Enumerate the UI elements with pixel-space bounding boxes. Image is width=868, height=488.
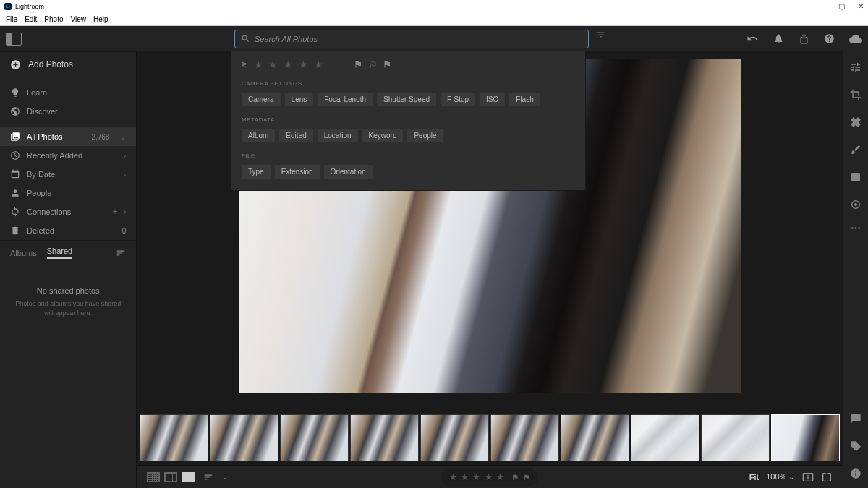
- tag-icon[interactable]: [850, 440, 861, 452]
- chip-f-stop[interactable]: F-Stop: [441, 93, 475, 106]
- brush-icon[interactable]: [850, 144, 861, 155]
- svg-point-3: [855, 227, 857, 229]
- info-icon[interactable]: [850, 468, 861, 479]
- globe-icon: [10, 106, 20, 116]
- thumbnail[interactable]: [490, 414, 559, 461]
- calendar-icon: [10, 169, 20, 179]
- thumbnail[interactable]: [561, 414, 629, 461]
- menu-photo[interactable]: Photo: [41, 14, 66, 25]
- chip-flash[interactable]: Flash: [509, 93, 540, 106]
- sidebar-item-discover[interactable]: Discover: [0, 102, 136, 121]
- person-icon: [10, 188, 20, 198]
- undo-icon[interactable]: [746, 33, 759, 45]
- crop-icon[interactable]: [850, 89, 861, 100]
- grid-large-view-button[interactable]: [164, 472, 177, 482]
- chip-people[interactable]: People: [407, 129, 443, 142]
- sidebar-item-deleted[interactable]: Deleted 0: [0, 221, 136, 240]
- sort-icon[interactable]: [203, 472, 213, 482]
- gte-icon[interactable]: ≥: [242, 59, 247, 69]
- add-photos-button[interactable]: Add Photos: [0, 51, 136, 77]
- chip-type[interactable]: Type: [242, 165, 271, 179]
- thumbnail[interactable]: [701, 414, 770, 461]
- menu-help[interactable]: Help: [90, 14, 111, 25]
- menu-file[interactable]: File: [3, 14, 20, 25]
- flag-pick-icon[interactable]: [511, 474, 519, 481]
- chip-orientation[interactable]: Orientation: [324, 165, 373, 179]
- maximize-button[interactable]: ▢: [838, 2, 845, 10]
- flag-reject-icon[interactable]: [383, 60, 391, 69]
- zoom-level[interactable]: 100% ⌄: [766, 472, 795, 481]
- app-title: Lightroom: [15, 3, 44, 10]
- linear-gradient-icon[interactable]: [850, 171, 861, 183]
- radial-gradient-icon[interactable]: [850, 199, 861, 210]
- healing-icon[interactable]: [850, 116, 861, 128]
- section-camera-settings: CAMERA SETTINGS: [242, 80, 575, 87]
- thumbnail[interactable]: [631, 414, 699, 461]
- close-button[interactable]: ✕: [858, 2, 864, 10]
- chevron-right-icon[interactable]: ›: [123, 207, 126, 217]
- thumbnail[interactable]: [280, 414, 349, 461]
- search-input[interactable]: [255, 35, 582, 43]
- rating-bar[interactable]: ★ ★ ★ ★ ★: [442, 468, 539, 486]
- chevron-right-icon[interactable]: ›: [124, 152, 126, 160]
- thumbnail[interactable]: [210, 414, 278, 461]
- chip-iso[interactable]: ISO: [480, 93, 505, 106]
- grid-view-button[interactable]: [147, 472, 160, 482]
- thumbnail-selected[interactable]: [771, 414, 840, 461]
- chip-keyword[interactable]: Keyword: [362, 129, 404, 142]
- sidebar: Add Photos Learn Discover All Photos 2,7…: [0, 51, 137, 488]
- flag-pick-icon[interactable]: [354, 60, 362, 69]
- menubar: File Edit Photo View Help: [0, 12, 868, 26]
- chevron-down-icon[interactable]: ⌄: [222, 473, 228, 481]
- minimize-button[interactable]: —: [818, 2, 825, 10]
- menu-edit[interactable]: Edit: [22, 14, 40, 25]
- right-rail: [843, 51, 868, 488]
- search-box[interactable]: [234, 30, 589, 48]
- star-filter[interactable]: ★ ★ ★ ★ ★: [254, 59, 326, 70]
- funnel-icon[interactable]: [596, 30, 606, 40]
- fit-button[interactable]: Fit: [749, 473, 759, 481]
- sliders-icon[interactable]: [850, 61, 861, 73]
- connections-label: Connections: [27, 207, 71, 216]
- chip-focal-length[interactable]: Focal Length: [318, 93, 373, 106]
- single-view-button[interactable]: [182, 472, 195, 482]
- flag-unflag-icon[interactable]: [368, 60, 377, 69]
- menu-view[interactable]: View: [68, 14, 90, 25]
- before-after-icon[interactable]: [802, 471, 814, 483]
- chip-location[interactable]: Location: [318, 129, 358, 142]
- filmstrip[interactable]: [137, 412, 843, 465]
- chip-edited[interactable]: Edited: [279, 129, 312, 142]
- all-photos-label: All Photos: [27, 132, 63, 141]
- chip-shutter-speed[interactable]: Shutter Speed: [377, 93, 436, 106]
- share-icon[interactable]: [799, 33, 809, 44]
- thumbnail[interactable]: [350, 414, 419, 461]
- sort-icon[interactable]: [116, 248, 126, 258]
- sidebar-item-by-date[interactable]: By Date ›: [0, 165, 136, 184]
- panel-toggle-icon[interactable]: [6, 33, 22, 46]
- bell-icon[interactable]: [773, 33, 784, 44]
- sidebar-item-connections[interactable]: Connections +›: [0, 202, 136, 221]
- chip-lens[interactable]: Lens: [285, 93, 314, 106]
- tab-albums[interactable]: Albums: [10, 249, 37, 257]
- compare-icon[interactable]: [821, 471, 833, 483]
- photos-icon: [10, 132, 20, 142]
- more-icon[interactable]: [850, 226, 861, 230]
- chip-album[interactable]: Album: [242, 129, 275, 142]
- sidebar-item-recently-added[interactable]: Recently Added ›: [0, 146, 136, 165]
- thumbnail[interactable]: [420, 414, 489, 461]
- help-icon[interactable]: [824, 33, 835, 44]
- sidebar-item-all-photos[interactable]: All Photos 2,768 ⌄: [0, 127, 136, 146]
- thumbnail[interactable]: [140, 414, 208, 461]
- chip-extension[interactable]: Extension: [275, 165, 320, 179]
- chip-camera[interactable]: Camera: [242, 93, 281, 106]
- cloud-icon[interactable]: [849, 33, 862, 46]
- plus-icon[interactable]: +: [112, 207, 117, 217]
- tab-shared[interactable]: Shared: [47, 247, 72, 259]
- chevron-down-icon[interactable]: ⌄: [120, 133, 126, 141]
- sidebar-item-people[interactable]: People: [0, 184, 136, 202]
- flag-reject-icon[interactable]: [523, 474, 530, 481]
- sidebar-item-learn[interactable]: Learn: [0, 83, 136, 102]
- chevron-right-icon[interactable]: ›: [124, 171, 126, 179]
- comment-icon[interactable]: [850, 413, 861, 424]
- star-rating[interactable]: ★ ★ ★ ★ ★: [449, 472, 505, 482]
